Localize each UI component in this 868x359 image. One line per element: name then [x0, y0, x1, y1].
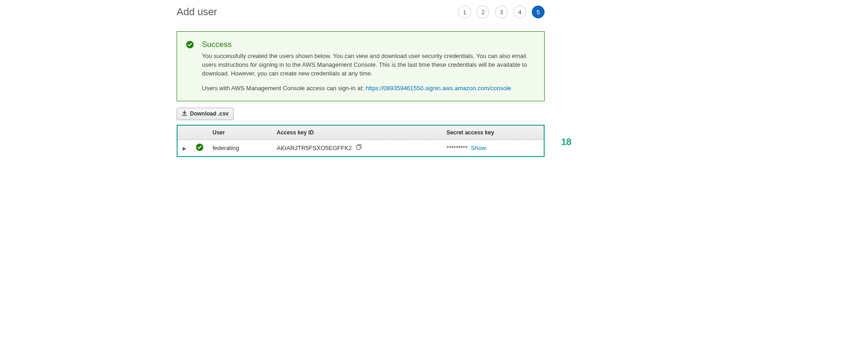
- col-expand-header: [178, 126, 191, 140]
- users-table-highlight: User Access key ID Secret access key ▶ f…: [177, 125, 545, 157]
- success-body: You successfully created the users shown…: [202, 52, 535, 78]
- step-3: 3: [495, 6, 508, 18]
- download-csv-button[interactable]: Download .csv: [177, 108, 234, 120]
- callout-annotation: 18: [561, 137, 571, 147]
- svg-rect-1: [182, 115, 187, 116]
- row-success-icon: [196, 145, 203, 152]
- signin-prefix: Users with AWS Management Console access…: [202, 85, 366, 92]
- copy-access-key-icon[interactable]: [356, 144, 362, 151]
- download-csv-label: Download .csv: [190, 110, 229, 117]
- download-icon: [182, 110, 187, 117]
- col-status-header: [191, 126, 208, 140]
- table-row: ▶ federating AKIARJTR5FSXO5EGFFK2: [178, 139, 544, 156]
- cell-secret-mask: *********: [447, 145, 468, 151]
- show-secret-link[interactable]: Show: [471, 145, 486, 151]
- col-user-header: User: [208, 126, 272, 140]
- col-accesskey-header: Access key ID: [272, 126, 442, 140]
- cell-access-key: AKIARJTR5FSXO5EGFFK2: [277, 145, 352, 151]
- step-4: 4: [513, 6, 526, 18]
- cell-user: federating: [208, 139, 272, 156]
- col-secret-header: Secret access key: [442, 126, 544, 140]
- page-title: Add user: [177, 6, 217, 18]
- step-1: 1: [458, 6, 471, 18]
- expand-row-icon[interactable]: ▶: [183, 146, 186, 151]
- success-signin-text: Users with AWS Management Console access…: [202, 85, 535, 92]
- success-title: Success: [202, 40, 535, 49]
- success-banner: Success You successfully created the use…: [177, 31, 545, 101]
- users-table: User Access key ID Secret access key ▶ f…: [178, 126, 544, 156]
- signin-url-link[interactable]: https://089359461550.signin.aws.amazon.c…: [366, 85, 512, 92]
- step-5: 5: [532, 6, 545, 18]
- success-check-icon: [186, 41, 194, 92]
- svg-rect-4: [357, 145, 360, 149]
- wizard-steps: 1 2 3 4 5: [458, 6, 545, 18]
- step-2: 2: [477, 6, 489, 18]
